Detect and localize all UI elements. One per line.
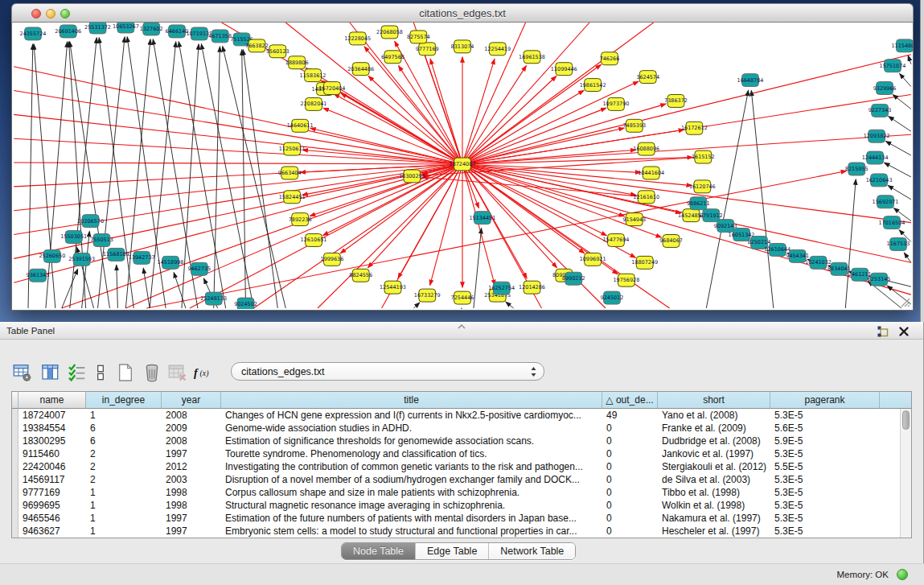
select-columns-button[interactable] — [66, 361, 88, 384]
network-node[interactable]: 22068058 — [376, 26, 403, 39]
network-node[interactable]: 10441604 — [638, 167, 664, 179]
column-header[interactable]: name — [18, 392, 86, 409]
network-node[interactable]: 16088096 — [633, 142, 659, 155]
network-node[interactable]: 24355724 — [20, 27, 47, 40]
network-node[interactable]: 9462735 — [187, 262, 211, 275]
close-panel-icon[interactable] — [897, 325, 910, 338]
table-mode-button[interactable] — [11, 361, 34, 384]
network-node[interactable]: 15692971 — [873, 196, 899, 208]
network-node[interactable]: 9886211 — [687, 197, 710, 210]
network-node[interactable]: 12444134 — [862, 151, 889, 164]
network-node[interactable]: 1167533 — [887, 237, 910, 250]
network-node[interactable]: 7550513 — [90, 234, 113, 247]
function-builder-button[interactable]: f (x) — [193, 361, 216, 384]
tab-network-table[interactable]: Network Table — [489, 543, 575, 559]
network-node[interactable]: 25531372 — [84, 23, 111, 34]
table-row[interactable]: 911546021997Tourette syndrome. Phenomeno… — [18, 447, 900, 460]
network-node[interactable]: 7485393 — [622, 119, 646, 132]
column-header[interactable]: pagerank — [770, 392, 880, 409]
delete-table-button[interactable] — [166, 361, 189, 384]
network-node[interactable]: 9154943 — [622, 213, 646, 226]
network-node[interactable]: 20691406 — [55, 25, 81, 38]
table-row[interactable]: 2242004622012Investigating the contribut… — [18, 460, 900, 473]
network-node[interactable]: 4671358 — [208, 30, 232, 43]
network-node[interactable]: 9361343 — [27, 269, 50, 282]
network-node[interactable]: 12544193 — [380, 281, 406, 294]
network-node[interactable]: 13942737 — [129, 251, 155, 264]
table-row[interactable]: 1456911722003Disruption of a novel membe… — [18, 473, 900, 486]
tab-edge-table[interactable]: Edge Table — [416, 543, 489, 559]
network-node[interactable]: 12228045 — [344, 32, 371, 45]
network-node[interactable]: 11099446 — [551, 63, 577, 76]
network-node[interactable]: 10973790 — [602, 97, 629, 110]
network-node[interactable]: 12093822 — [864, 130, 890, 142]
vertical-scrollbar[interactable] — [900, 409, 911, 538]
network-node[interactable]: 15134451 — [469, 212, 495, 225]
network-node[interactable]: 9777169 — [416, 43, 439, 56]
network-node[interactable]: 1615152 — [692, 150, 715, 163]
network-node[interactable]: 9663404 — [278, 167, 302, 179]
column-header[interactable]: title — [221, 392, 602, 409]
scrollbar-thumb[interactable] — [902, 410, 910, 430]
delete-column-button[interactable] — [141, 361, 163, 384]
network-node[interactable]: 10653267 — [113, 23, 139, 33]
network-node[interactable]: 20206570 — [77, 215, 104, 228]
network-node[interactable]: 11568189 — [103, 248, 129, 261]
network-node[interactable]: 10996921 — [580, 253, 606, 266]
network-node[interactable]: 9245012 — [601, 291, 624, 304]
network-node[interactable]: 16172612 — [681, 122, 708, 134]
network-node[interactable]: 25391593 — [68, 253, 95, 266]
network-node[interactable]: 14640611 — [287, 119, 314, 132]
network-node[interactable]: 16733279 — [414, 289, 441, 302]
network-node[interactable]: 7663822 — [245, 39, 269, 52]
network-node[interactable]: 9684067 — [659, 235, 683, 248]
row-height-button[interactable] — [89, 361, 112, 384]
network-node[interactable]: 12014286 — [519, 281, 545, 294]
network-node[interactable]: 22082041 — [301, 97, 327, 110]
network-node[interactable]: 8824556 — [349, 269, 372, 282]
network-node[interactable]: 8313074 — [451, 40, 474, 53]
window-titlebar[interactable]: citations_edges.txt — [11, 3, 914, 23]
network-node[interactable]: 25260650 — [39, 249, 65, 262]
network-node[interactable]: 9227343 — [869, 104, 892, 117]
network-node[interactable]: 12161610 — [633, 191, 659, 204]
network-canvas[interactable]: 1872400724355724206914062553137210653267… — [11, 23, 914, 311]
network-node[interactable]: 7386372 — [664, 94, 688, 107]
network-node[interactable]: 15503051 — [60, 231, 87, 244]
float-panel-icon[interactable] — [877, 325, 889, 338]
network-node[interactable]: 6497568 — [381, 51, 405, 64]
network-node[interactable]: 3624574 — [636, 71, 659, 84]
network-node[interactable]: 16120746 — [689, 180, 716, 193]
network-node[interactable]: 7254446 — [451, 291, 474, 304]
column-header[interactable]: △ out_de... — [602, 392, 658, 409]
network-node[interactable]: 15477694 — [602, 234, 629, 247]
table-selector-dropdown[interactable]: citations_edges.txt — [231, 362, 544, 381]
table-row[interactable]: 1938455462009Genome-wide association stu… — [18, 422, 900, 435]
network-node[interactable]: 1327602 — [140, 23, 163, 35]
table-row[interactable]: 946554611997Estimation of the future num… — [18, 512, 900, 525]
network-node[interactable]: 9024502 — [234, 298, 257, 309]
network-node[interactable]: 7892236 — [289, 213, 312, 226]
network-node[interactable]: 746266 — [600, 52, 620, 65]
network-node[interactable]: 8834041 — [827, 262, 851, 275]
network-node[interactable]: 6466140 — [166, 25, 189, 38]
table-row[interactable]: 969969511998Structural magnetic resonanc… — [18, 499, 900, 512]
network-node[interactable]: 17016504 — [879, 216, 906, 229]
network-node[interactable]: 16961538 — [519, 51, 545, 64]
resize-grip-icon[interactable] — [897, 295, 910, 307]
splitter-handle[interactable] — [455, 323, 468, 330]
network-node[interactable]: 12610651 — [301, 234, 327, 247]
network-node[interactable]: 20364486 — [347, 63, 374, 76]
network-node[interactable]: 8215955 — [845, 163, 869, 175]
network-node[interactable]: 8275574 — [407, 31, 430, 43]
network-node[interactable]: 5560123 — [266, 45, 290, 58]
network-node[interactable]: 1999636 — [321, 253, 344, 266]
network-node[interactable]: 16210643 — [866, 174, 893, 187]
table-row[interactable]: 1830029562008Estimation of significance … — [18, 435, 900, 447]
network-node[interactable]: 9329966 — [873, 82, 897, 95]
network-node[interactable]: 16648784 — [737, 74, 764, 87]
network-node[interactable]: 19861542 — [580, 79, 606, 92]
network-node[interactable]: 14518998 — [158, 256, 184, 269]
network-node[interactable]: 11154808 — [891, 39, 913, 52]
show-columns-button[interactable] — [39, 361, 62, 384]
